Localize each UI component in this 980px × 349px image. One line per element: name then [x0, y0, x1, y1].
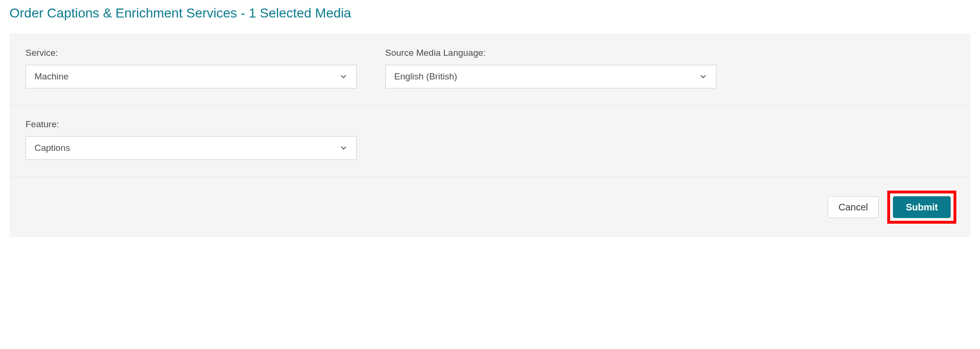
- spacer: [385, 119, 716, 160]
- chevron-down-icon: [339, 72, 348, 81]
- submit-highlight: Submit: [887, 191, 956, 224]
- service-group: Service: Machine: [26, 48, 357, 88]
- feature-group: Feature: Captions: [26, 119, 357, 160]
- source-language-group: Source Media Language: English (British): [385, 48, 716, 88]
- actions-row: Cancel Submit: [9, 177, 971, 237]
- cancel-button[interactable]: Cancel: [828, 196, 879, 218]
- form-row-1: Service: Machine Source Media Language: …: [9, 35, 971, 105]
- submit-button[interactable]: Submit: [893, 196, 951, 218]
- service-select[interactable]: Machine: [26, 65, 357, 88]
- feature-select[interactable]: Captions: [26, 136, 357, 160]
- source-language-select[interactable]: English (British): [385, 65, 716, 88]
- feature-value: Captions: [35, 143, 339, 153]
- chevron-down-icon: [699, 72, 707, 81]
- feature-label: Feature:: [26, 119, 357, 130]
- chevron-down-icon: [339, 144, 348, 152]
- source-language-label: Source Media Language:: [385, 48, 716, 58]
- page-title: Order Captions & Enrichment Services - 1…: [9, 6, 971, 21]
- form-row-2: Feature: Captions: [9, 105, 971, 177]
- source-language-value: English (British): [394, 71, 699, 82]
- service-label: Service:: [26, 48, 357, 58]
- order-form: Service: Machine Source Media Language: …: [9, 34, 971, 237]
- service-value: Machine: [35, 71, 339, 82]
